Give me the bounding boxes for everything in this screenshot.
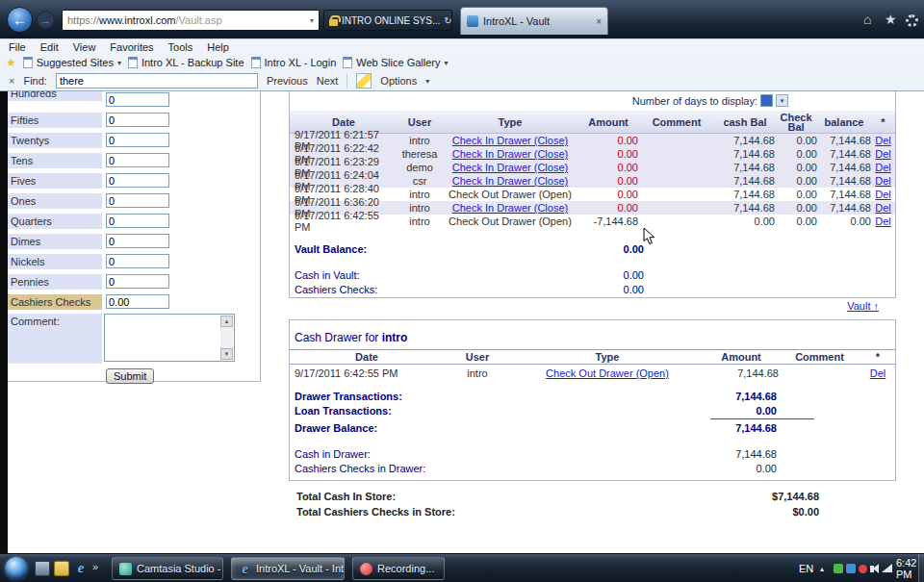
- menu-help[interactable]: Help: [207, 41, 229, 53]
- highlight-icon[interactable]: [356, 73, 372, 89]
- denomination-input[interactable]: [106, 92, 169, 107]
- delete-link[interactable]: Del: [875, 162, 891, 173]
- find-options-button[interactable]: Options: [380, 75, 417, 87]
- taskbar-button-recording[interactable]: Recording...: [352, 557, 445, 580]
- delete-link[interactable]: Del: [875, 148, 891, 160]
- taskbar-button-camtasia[interactable]: Camtasia Studio - U...: [112, 557, 223, 580]
- cashiers-checks-input[interactable]: [106, 294, 169, 309]
- type-link[interactable]: Check Out Drawer (Open): [546, 367, 669, 379]
- denomination-input[interactable]: [106, 234, 169, 248]
- network-icon[interactable]: [882, 553, 892, 582]
- show-desktop-button[interactable]: [918, 554, 924, 582]
- address-dropdown-icon[interactable]: ▾: [310, 16, 314, 25]
- tab-close-icon[interactable]: ×: [596, 16, 602, 27]
- delete-link[interactable]: Del: [875, 215, 891, 227]
- quick-launch-ie-icon[interactable]: e: [73, 561, 89, 576]
- type-link[interactable]: Check In Drawer (Close): [452, 148, 568, 160]
- cell-amount: -7,144.68: [578, 215, 638, 227]
- menu-file[interactable]: File: [9, 41, 26, 53]
- forward-button[interactable]: →: [37, 11, 55, 29]
- divider: [346, 74, 347, 89]
- denomination-input[interactable]: [106, 173, 169, 188]
- find-input[interactable]: [56, 73, 258, 89]
- drawer-title-user: intro: [382, 331, 408, 344]
- comment-textarea[interactable]: ▲ ▼: [104, 314, 235, 362]
- volume-icon[interactable]: [870, 554, 882, 582]
- find-close-icon[interactable]: ×: [9, 75, 14, 87]
- denomination-input[interactable]: [106, 133, 169, 147]
- denomination-input[interactable]: [106, 274, 169, 289]
- menu-edit[interactable]: Edit: [40, 41, 59, 53]
- tray-app2-icon[interactable]: [846, 554, 856, 582]
- tray-recording-icon[interactable]: [859, 554, 867, 582]
- delete-link[interactable]: Del: [870, 367, 886, 379]
- address-bar[interactable]: https://www.introxl.com/Vault.asp ▾: [62, 10, 320, 31]
- vault-balance-label: Vault Balance:: [295, 243, 367, 255]
- tab-introxl-vault[interactable]: IntroXL - Vault ×: [460, 7, 608, 35]
- favorites-icon[interactable]: ★: [885, 13, 897, 26]
- denomination-label: Pennies: [8, 274, 102, 290]
- form-row: Cashiers Checks: [8, 294, 260, 311]
- chevron-down-icon[interactable]: ▾: [776, 94, 788, 107]
- menu-favorites[interactable]: Favorites: [110, 41, 153, 53]
- denomination-input[interactable]: [106, 153, 169, 167]
- favorite-label: Intro XL - Login: [265, 57, 337, 68]
- search-box[interactable]: INTRO ONLINE SYS... ↻ ×: [323, 10, 452, 31]
- tray-app-icon[interactable]: [834, 554, 843, 582]
- scrollbar[interactable]: ▲ ▼: [220, 316, 233, 360]
- menu-tools[interactable]: Tools: [168, 41, 193, 53]
- hidden-icons-chevron[interactable]: ▴: [820, 554, 824, 582]
- denomination-label: Fives: [8, 173, 102, 189]
- loan-transactions-value: 0.00: [627, 405, 777, 417]
- cell-amount: 0.00: [578, 189, 638, 200]
- refresh-icon[interactable]: ↻: [444, 15, 451, 26]
- cash-in-vault-row: Cash in Vault: 0.00: [290, 269, 895, 282]
- cell-check-bal: 0.00: [775, 162, 817, 173]
- type-link[interactable]: Check In Drawer (Close): [452, 202, 568, 214]
- cash-in-drawer-label: Cash in Drawer:: [295, 448, 371, 460]
- type-link[interactable]: Check In Drawer (Close): [452, 162, 568, 173]
- denomination-input[interactable]: [106, 214, 169, 228]
- delete-link[interactable]: Del: [875, 175, 891, 187]
- find-previous-button[interactable]: Previous: [267, 75, 308, 87]
- cell-delete: Del: [871, 175, 895, 187]
- delete-link[interactable]: Del: [875, 135, 891, 146]
- form-row: Dimes: [8, 234, 260, 250]
- submit-button[interactable]: Submit: [106, 368, 154, 384]
- back-button[interactable]: ←: [7, 7, 33, 33]
- taskbar-button-introxl[interactable]: e IntroXL - Vault - Inte...: [231, 557, 345, 580]
- favorite-suggested-sites[interactable]: Suggested Sites ▾: [23, 57, 121, 68]
- menu-view[interactable]: View: [73, 41, 96, 53]
- home-icon[interactable]: ⌂: [863, 13, 871, 26]
- denomination-input[interactable]: [106, 193, 169, 208]
- language-indicator[interactable]: EN: [799, 554, 813, 582]
- quick-launch-overflow-icon[interactable]: »: [92, 561, 98, 572]
- vault-top-link[interactable]: Vault ↑: [847, 300, 879, 312]
- col-user: User: [398, 117, 442, 127]
- cell-delete: Del: [871, 135, 895, 146]
- start-button[interactable]: [5, 557, 28, 580]
- type-link[interactable]: Check In Drawer (Close): [452, 135, 568, 146]
- denomination-input[interactable]: [106, 254, 169, 268]
- find-next-button[interactable]: Next: [317, 75, 339, 87]
- type-link[interactable]: Check In Drawer (Close): [452, 175, 568, 187]
- days-select[interactable]: [760, 94, 773, 107]
- table-row: 9/17/2011 6:42:55 PM intro Check Out Dra…: [290, 367, 895, 380]
- add-favorite-icon[interactable]: ★: [6, 56, 16, 69]
- delete-link[interactable]: Del: [875, 202, 891, 214]
- gear-icon[interactable]: [906, 14, 918, 27]
- scroll-up-icon[interactable]: ▲: [220, 316, 233, 327]
- quick-launch-app-icon[interactable]: [35, 561, 50, 576]
- denomination-input[interactable]: [106, 113, 169, 127]
- col-delete: *: [860, 351, 895, 363]
- favorite-login[interactable]: Intro XL - Login: [251, 57, 337, 68]
- favorite-backup-site[interactable]: Intro XL - Backup Site: [128, 57, 244, 68]
- scroll-down-icon[interactable]: ▼: [220, 348, 233, 360]
- cash-in-vault-label: Cash in Vault:: [295, 269, 360, 281]
- favorite-web-slice-gallery[interactable]: Web Slice Gallery ▾: [343, 57, 448, 68]
- cell-cash-bal: 7,144.68: [715, 175, 775, 187]
- cell-type: Check Out Drawer (Open): [511, 367, 704, 379]
- quick-launch-folder-icon[interactable]: [54, 561, 69, 576]
- total-checks-label: Total Cashiers Checks in Store:: [296, 506, 455, 518]
- delete-link[interactable]: Del: [875, 189, 891, 200]
